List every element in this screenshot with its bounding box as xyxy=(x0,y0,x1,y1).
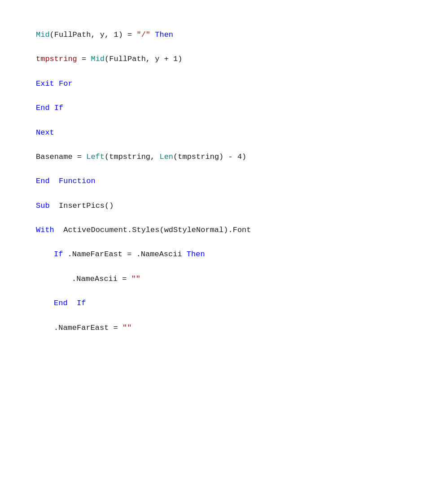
code-line-6: Basename = Left(tmpstring, Len(tmpstring… xyxy=(36,149,388,165)
code-line-4: End If xyxy=(36,100,388,116)
blank-line xyxy=(36,214,388,222)
blank-line xyxy=(36,43,388,52)
code-line-1: Mid(FullPath, y, 1) = "/" Then xyxy=(36,27,388,43)
blank-line xyxy=(36,311,388,320)
blank-line xyxy=(36,165,388,174)
code-line-7: End Function xyxy=(36,173,388,189)
blank-line xyxy=(36,238,388,247)
blank-line xyxy=(36,263,388,271)
code-line-11: .NameAscii = "" xyxy=(36,271,388,287)
blank-line xyxy=(36,287,388,295)
blank-line xyxy=(36,140,388,149)
code-line-13: .NameFarEast = "" xyxy=(36,320,388,336)
code-line-9: With ActiveDocument.Styles(wdStyleNormal… xyxy=(36,222,388,238)
blank-line xyxy=(36,189,388,198)
code-line-5: Next xyxy=(36,125,388,141)
blank-line xyxy=(36,67,388,76)
code-line-10: If .NameFarEast = .NameAscii Then xyxy=(36,246,388,263)
blank-line xyxy=(36,92,388,100)
code-line-12: End If xyxy=(36,295,388,311)
code-line-8: Sub InsertPics() xyxy=(36,198,388,214)
code-block: Mid(FullPath, y, 1) = "/" Then tmpstring… xyxy=(0,0,424,363)
code-line-2: tmpstring = Mid(FullPath, y + 1) xyxy=(36,51,388,67)
blank-line xyxy=(36,116,388,125)
code-line-3: Exit For xyxy=(36,76,388,92)
